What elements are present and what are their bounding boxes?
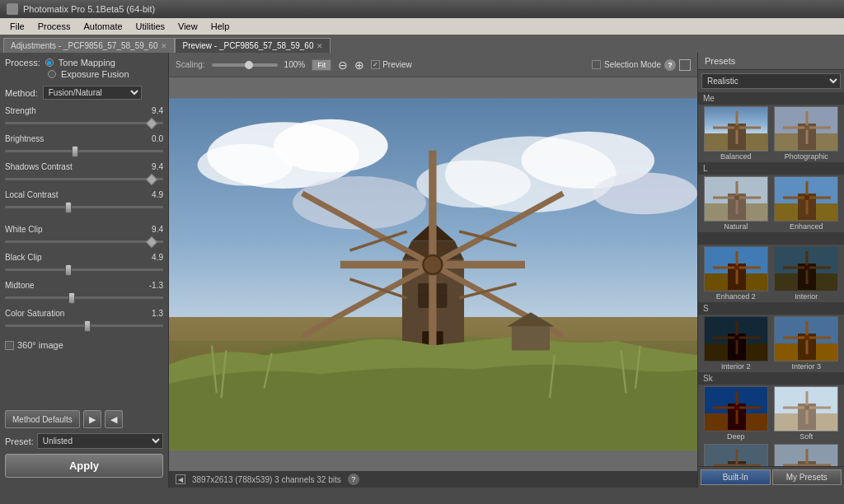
tab-preview[interactable]: Preview - _PCF9856_57_58_59_60 ✕ <box>175 38 331 53</box>
slider-color-saturation-label: Color Saturation <box>5 309 64 318</box>
method-defaults-button[interactable]: Method Defaults <box>5 410 80 428</box>
preset-row-extra <box>698 442 844 466</box>
preset-enhanced2-name: Enhanced 2 <box>716 292 756 301</box>
svg-point-73 <box>804 265 809 270</box>
presets-grid: Me Balanced Photographic L <box>698 92 844 466</box>
preset-row-natural-enhanced: Natural Enhanced <box>698 175 844 232</box>
checkbox-360[interactable] <box>5 341 14 350</box>
preset-soft-name: Soft <box>799 432 813 441</box>
section-empty-label <box>698 232 844 245</box>
checkbox-360-label: 360° image <box>17 340 63 350</box>
preset-natural[interactable]: Natural <box>701 176 771 231</box>
preset-enhanced[interactable]: Enhanced <box>772 176 842 231</box>
preview-label: Preview <box>382 60 412 69</box>
titlebar: Photomatix Pro 5.1Beta5 (64-bit) <box>0 0 844 18</box>
preset-enhanced2[interactable]: Enhanced 2 <box>701 246 771 301</box>
preset-interior3[interactable]: Interior 3 <box>772 316 842 371</box>
svg-point-97 <box>804 405 809 410</box>
preset-soft[interactable]: Soft <box>772 386 842 441</box>
method-defaults-row: Method Defaults ▶ ◀ <box>5 410 163 428</box>
preset-deep[interactable]: Deep <box>701 386 771 441</box>
preset-enhanced-name: Enhanced <box>790 222 823 231</box>
preset-extra1[interactable] <box>701 444 771 466</box>
menu-process[interactable]: Process <box>31 21 77 31</box>
svg-point-29 <box>423 255 442 274</box>
preset-enhanced2-thumb <box>704 246 768 292</box>
menu-automate[interactable]: Automate <box>77 21 129 31</box>
menu-help[interactable]: Help <box>204 21 237 31</box>
tab-adjustments[interactable]: Adjustments - _PCF9856_57_58_59_60 ✕ <box>3 38 175 53</box>
svg-rect-36 <box>512 327 550 351</box>
slider-shadows-contrast-label: Shadows Contrast <box>5 162 73 171</box>
slider-brightness-value: 0.0 <box>152 134 163 143</box>
mypresets-tab-button[interactable]: My Presets <box>772 469 842 485</box>
status-info: 3897x2613 (788x539) 3 channels 32 bits <box>192 475 341 484</box>
preset-photographic-name: Photographic <box>785 152 828 161</box>
radio-tone-mapping[interactable] <box>45 58 54 67</box>
slider-midtone: Midtone -1.3 <box>5 281 163 304</box>
preset-photographic[interactable]: Photographic <box>772 106 842 161</box>
selection-mode-checkbox[interactable] <box>592 60 601 69</box>
tone-mapping-label: Tone Mapping <box>59 58 115 68</box>
app-icon <box>7 3 18 15</box>
svg-point-49 <box>804 125 809 130</box>
arrow-left-icon[interactable]: ◀ <box>105 410 123 428</box>
slider-white-clip: White Clip 9.4 <box>5 225 163 248</box>
preset-interior[interactable]: Interior <box>772 246 842 301</box>
preset-deep-name: Deep <box>727 432 745 441</box>
toolbar: Scaling: 100% Fit ⊖ ⊕ ✓ Preview Selectio… <box>169 53 697 77</box>
preset-soft-thumb <box>774 386 838 432</box>
preset-select[interactable]: Unlisted <box>37 433 163 449</box>
tab-preview-close[interactable]: ✕ <box>316 42 323 50</box>
preset-balanced[interactable]: Balanced <box>701 106 771 161</box>
preset-interior3-thumb <box>774 316 838 362</box>
status-help-icon[interactable]: ? <box>348 474 359 485</box>
preset-row-balanced-photographic: Balanced Photographic <box>698 105 844 162</box>
preset-label: Preset: <box>5 436 34 446</box>
menu-view[interactable]: View <box>171 21 204 31</box>
arrow-right-icon[interactable]: ▶ <box>83 410 101 428</box>
selection-mode-row: Selection Mode ? <box>592 59 691 71</box>
fit-button[interactable]: Fit <box>312 59 331 71</box>
slider-brightness-label: Brightness <box>5 134 44 143</box>
apply-button[interactable]: Apply <box>5 454 163 478</box>
slider-strength-value: 9.4 <box>152 106 163 115</box>
slider-midtone-value: -1.3 <box>149 281 163 290</box>
left-panel: Process: Tone Mapping Exposure Fusion Me… <box>0 53 169 488</box>
preset-style-select[interactable]: Realistic Artistic Fusion <box>701 73 841 89</box>
preset-interior2-name: Interior 2 <box>721 362 751 371</box>
slider-local-contrast-label: Local Contrast <box>5 190 58 199</box>
preset-interior-name: Interior <box>795 292 818 301</box>
preset-extra2-thumb <box>774 444 838 466</box>
preset-style-row: Realistic Artistic Fusion <box>698 70 844 92</box>
slider-local-contrast: Local Contrast 4.9 <box>5 190 163 213</box>
slider-local-contrast-value: 4.9 <box>152 190 163 199</box>
menu-file[interactable]: File <box>3 21 31 31</box>
method-row: Method: Fusion/Natural Fusion/Auto Fusio… <box>5 86 163 100</box>
menu-utilities[interactable]: Utilities <box>129 21 171 31</box>
builtin-tab-button[interactable]: Built-In <box>701 469 771 485</box>
tab-adjustments-close[interactable]: ✕ <box>161 42 167 50</box>
radio-exposure-fusion[interactable] <box>48 70 56 78</box>
svg-point-85 <box>804 335 809 340</box>
help-icon[interactable]: ? <box>664 59 676 71</box>
method-select[interactable]: Fusion/Natural Fusion/Auto Fusion/Intens… <box>43 86 142 100</box>
windmill-image <box>169 77 697 471</box>
preview-checkbox[interactable]: ✓ <box>371 60 380 69</box>
slider-shadows-contrast: Shadows Contrast 9.4 <box>5 162 163 185</box>
preset-interior3-name: Interior 3 <box>791 362 821 371</box>
exposure-fusion-label: Exposure Fusion <box>61 69 129 79</box>
preset-photographic-thumb <box>774 106 838 152</box>
preset-enhanced-thumb <box>774 176 838 222</box>
checkbox-360-row: 360° image <box>5 340 163 350</box>
zoom-slider[interactable] <box>212 63 278 67</box>
preset-interior2[interactable]: Interior 2 <box>701 316 771 371</box>
app-title: Photomatix Pro 5.1Beta5 (64-bit) <box>23 4 155 14</box>
zoom-out-icon[interactable]: ⊖ <box>338 58 348 72</box>
preset-extra2[interactable] <box>772 444 842 466</box>
tab-preview-label: Preview - _PCF9856_57_58_59_60 <box>182 41 313 50</box>
selection-mode-label: Selection Mode <box>604 60 661 69</box>
zoom-in-icon[interactable]: ⊕ <box>354 58 364 72</box>
square-icon[interactable] <box>679 59 691 71</box>
status-left-arrow[interactable]: ◀ <box>176 474 185 484</box>
